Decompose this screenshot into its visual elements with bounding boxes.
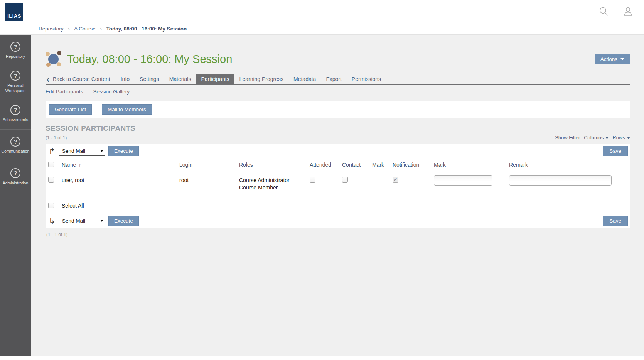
column-header-attended[interactable]: Attended	[310, 162, 331, 168]
result-count-top: (1 - 1 of 1)	[46, 135, 67, 140]
select-all-label: Select All	[62, 203, 84, 209]
cell-name: user, root	[62, 177, 179, 184]
subtab-session-gallery[interactable]: Session Gallery	[93, 89, 130, 95]
sidebar-item-achievements[interactable]: Achievements	[0, 98, 31, 130]
select-all-row: Select All	[46, 197, 630, 214]
bulk-action-select-top[interactable]: Send Mail	[59, 146, 105, 156]
columns-dropdown[interactable]: Columns	[584, 135, 609, 140]
chevron-down-icon	[627, 137, 630, 139]
chevron-down-icon	[620, 58, 624, 60]
column-header-notification[interactable]: Notification	[393, 162, 419, 168]
session-object-icon	[46, 51, 62, 67]
column-header-remark[interactable]: Remark	[509, 162, 528, 168]
back-to-course-content-link[interactable]: Back to Course Content	[46, 74, 111, 84]
save-button-bottom[interactable]: Save	[603, 216, 628, 226]
cell-roles: Course Administrator Course Member	[239, 177, 310, 191]
tab-metadata[interactable]: Metadata	[288, 74, 321, 84]
help-circle-icon	[10, 168, 20, 178]
tab-export[interactable]: Export	[321, 74, 346, 84]
main-content: Today, 08:00 - 16:00: My Session Actions…	[31, 35, 644, 356]
save-button-top[interactable]: Save	[603, 146, 628, 156]
tab-info[interactable]: Info	[116, 74, 135, 84]
subtab-edit-participants[interactable]: Edit Participants	[46, 89, 83, 95]
contact-checkbox[interactable]	[342, 177, 348, 183]
sidebar-item-administration[interactable]: Administration	[0, 161, 31, 193]
chevron-down-icon	[605, 137, 609, 139]
rows-dropdown[interactable]: Rows	[612, 135, 630, 140]
ilias-logo[interactable]: ILIAS	[5, 3, 23, 21]
breadcrumb-course[interactable]: A Course	[74, 26, 96, 32]
participants-table: Send Mail Execute Save Name Login Roles …	[46, 144, 630, 228]
tab-settings[interactable]: Settings	[135, 74, 164, 84]
cell-login: root	[179, 177, 239, 184]
execute-button-bottom[interactable]: Execute	[108, 216, 139, 226]
bulk-action-select-bottom[interactable]: Send Mail	[59, 216, 105, 226]
table-header-row: Name Login Roles Attended Contact Mark N…	[46, 158, 630, 172]
sidebar-item-communication[interactable]: Communication	[0, 130, 31, 161]
notification-checkbox	[393, 177, 398, 183]
select-dropdown-icon[interactable]	[99, 216, 105, 226]
breadcrumb-current: Today, 08:00 - 16:00: My Session	[106, 26, 187, 32]
generate-list-button[interactable]: Generate List	[49, 104, 92, 115]
mark-input[interactable]	[434, 175, 492, 186]
select-all-checkbox-header[interactable]	[48, 162, 54, 167]
tab-permissions[interactable]: Permissions	[347, 74, 386, 84]
row-select-checkbox[interactable]	[48, 177, 54, 183]
bulk-toolbar-top: Send Mail Execute Save	[46, 144, 630, 158]
apply-below-arrow-icon	[49, 217, 59, 225]
subtab-bar: Edit Participants Session Gallery	[46, 89, 630, 95]
page-toolbar: Generate List Mail to Members	[46, 101, 630, 118]
attended-checkbox[interactable]	[310, 177, 315, 183]
table-title: SESSION PARTICIPANTS	[46, 124, 630, 133]
mail-to-members-button[interactable]: Mail to Members	[102, 104, 152, 115]
column-header-roles[interactable]: Roles	[239, 162, 253, 168]
column-header-mark-input[interactable]: Mark	[434, 162, 446, 168]
tab-learning-progress[interactable]: Learning Progress	[234, 74, 288, 84]
help-circle-icon	[10, 137, 20, 147]
table-row: user, root root Course Administrator Cou…	[46, 172, 630, 197]
search-icon[interactable]	[598, 6, 609, 17]
chevron-right-icon	[68, 25, 70, 32]
breadcrumb-repository[interactable]: Repository	[39, 26, 64, 32]
tab-materials[interactable]: Materials	[164, 74, 196, 84]
result-count-bottom: (1 - 1 of 1)	[46, 228, 630, 241]
main-sidebar: Repository Personal Workspace Achievemen…	[0, 35, 31, 356]
help-circle-icon	[10, 42, 20, 52]
column-header-name[interactable]: Name	[62, 162, 76, 168]
actions-button[interactable]: Actions	[595, 54, 630, 64]
page-title: Today, 08:00 - 16:00: My Session	[67, 53, 232, 66]
topbar: ILIAS	[0, 0, 644, 23]
sidebar-item-personal-workspace[interactable]: Personal Workspace	[0, 66, 31, 98]
tab-bar: Back to Course Content Info Settings Mat…	[46, 74, 630, 85]
help-circle-icon	[10, 71, 20, 81]
column-header-contact[interactable]: Contact	[342, 162, 361, 168]
chevron-right-icon	[100, 25, 102, 32]
sort-ascending-icon	[78, 162, 81, 168]
breadcrumb: Repository A Course Today, 08:00 - 16:00…	[0, 23, 644, 35]
select-all-checkbox[interactable]	[48, 203, 54, 208]
sidebar-item-repository[interactable]: Repository	[0, 35, 31, 66]
user-menu-icon[interactable]	[623, 6, 633, 17]
chevron-left-icon	[46, 76, 53, 82]
column-header-login[interactable]: Login	[179, 162, 192, 168]
execute-button-top[interactable]: Execute	[108, 146, 139, 156]
remark-input[interactable]	[509, 175, 612, 186]
bulk-toolbar-bottom: Send Mail Execute Save	[46, 214, 630, 228]
column-header-mark[interactable]: Mark	[372, 162, 384, 168]
show-filter-link[interactable]: Show Filter	[555, 135, 580, 140]
select-dropdown-icon[interactable]	[99, 146, 105, 155]
help-circle-icon	[10, 105, 20, 115]
tab-participants[interactable]: Participants	[196, 74, 234, 84]
apply-above-arrow-icon	[49, 147, 59, 155]
